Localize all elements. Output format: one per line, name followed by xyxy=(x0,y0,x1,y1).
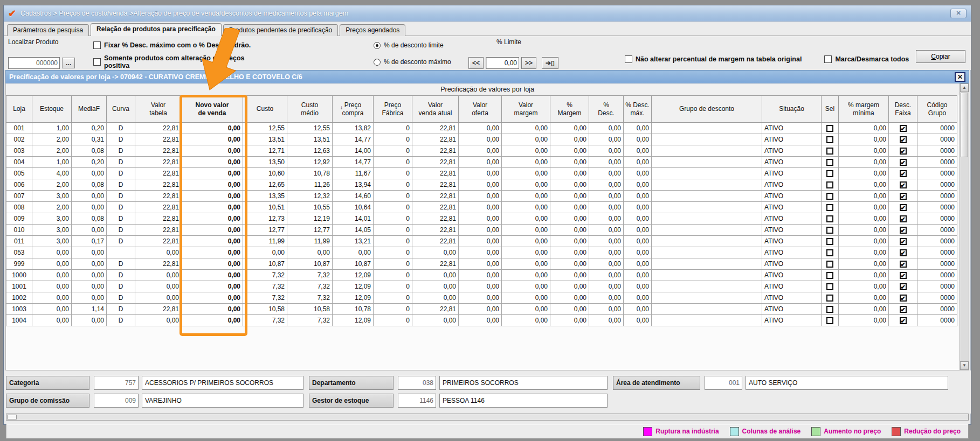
tab-precos-agendados[interactable]: Preços agendados xyxy=(340,24,405,36)
grid-column-header[interactable]: Sel xyxy=(822,96,839,123)
novo-valor-cell[interactable]: 0,00 xyxy=(182,292,243,304)
limite-decrease-button[interactable]: << xyxy=(468,57,484,69)
novo-valor-cell[interactable]: 0,00 xyxy=(182,258,243,270)
grid-column-header[interactable]: Curva xyxy=(107,96,135,123)
sel-checkbox[interactable] xyxy=(826,227,833,234)
vertical-scrollbar[interactable]: ▲ ▼ xyxy=(960,83,969,370)
sel-checkbox[interactable] xyxy=(826,181,833,188)
desc-faixa-checkbox[interactable]: ✔ xyxy=(900,317,907,324)
novo-valor-cell[interactable]: 0,00 xyxy=(182,191,243,202)
window-close-button[interactable]: ✕ xyxy=(950,9,967,18)
sel-checkbox[interactable] xyxy=(826,148,833,155)
desc-faixa-checkbox[interactable]: ✔ xyxy=(900,159,907,166)
novo-valor-cell[interactable]: 0,00 xyxy=(182,134,243,145)
sel-checkbox[interactable] xyxy=(826,125,833,132)
novo-valor-cell[interactable]: 0,00 xyxy=(182,213,243,225)
desc-faixa-checkbox[interactable]: ✔ xyxy=(900,125,907,132)
sel-checkbox[interactable] xyxy=(826,193,833,200)
novo-valor-cell[interactable]: 0,00 xyxy=(182,225,243,236)
grid-column-header[interactable]: Valor venda atual xyxy=(412,96,459,123)
nao-alterar-checkbox[interactable] xyxy=(625,55,632,63)
horizontal-scrollbar[interactable] xyxy=(6,414,969,421)
novo-valor-cell[interactable]: 0,00 xyxy=(182,281,243,292)
marca-desmarca-checkbox[interactable] xyxy=(824,55,832,63)
sel-checkbox[interactable] xyxy=(826,238,833,245)
desc-faixa-checkbox[interactable]: ✔ xyxy=(900,170,907,177)
novo-valor-cell[interactable]: 0,00 xyxy=(182,202,243,213)
grid-column-header[interactable]: % margem mínima xyxy=(839,96,889,123)
novo-valor-cell[interactable]: 0,00 xyxy=(182,315,243,326)
grid-column-header[interactable]: MediaF xyxy=(72,96,107,123)
novo-valor-cell[interactable]: 0,00 xyxy=(182,157,243,168)
grid-column-header[interactable]: Estoque xyxy=(32,96,72,123)
grid-column-header[interactable]: Código Grupo xyxy=(917,96,957,123)
desc-faixa-checkbox[interactable]: ✔ xyxy=(900,249,907,256)
novo-valor-cell[interactable]: 0,00 xyxy=(182,236,243,247)
grid-column-header[interactable]: Custo xyxy=(243,96,287,123)
scroll-down-icon[interactable]: ▼ xyxy=(960,361,969,370)
sel-checkbox[interactable] xyxy=(826,170,833,177)
sel-checkbox[interactable] xyxy=(826,306,833,313)
grid-column-header[interactable]: Valor tabela xyxy=(135,96,182,123)
sel-checkbox[interactable] xyxy=(826,204,833,211)
grid-column-header[interactable]: Situação xyxy=(762,96,822,123)
novo-valor-cell[interactable]: 0,00 xyxy=(182,179,243,191)
tab-parametros-de-pesquisa[interactable]: Parâmetros de pesquisa xyxy=(7,24,89,36)
grid-column-header[interactable]: Desc. Faixa xyxy=(889,96,917,123)
pricing-panel-close-button[interactable]: ✕ xyxy=(955,72,965,82)
sel-checkbox[interactable] xyxy=(826,136,833,143)
scrollbar-thumb[interactable] xyxy=(961,93,968,157)
grid-column-header[interactable]: % Desc. xyxy=(589,96,624,123)
desc-faixa-checkbox[interactable]: ✔ xyxy=(900,215,907,222)
localizar-produto-input[interactable] xyxy=(8,57,60,69)
novo-valor-cell[interactable]: 0,00 xyxy=(182,270,243,281)
copiar-button[interactable]: Copiar xyxy=(916,50,965,63)
grid-column-header[interactable]: Custo médio xyxy=(287,96,333,123)
grid-column-header[interactable]: Valor oferta xyxy=(459,96,502,123)
fixar-desc-checkbox[interactable] xyxy=(93,41,101,49)
grid-column-header[interactable]: % Desc. máx. xyxy=(624,96,652,123)
grid-column-header[interactable]: Valor margem xyxy=(502,96,550,123)
desc-faixa-checkbox[interactable]: ✔ xyxy=(900,136,907,143)
novo-valor-cell[interactable]: 0,00 xyxy=(182,304,243,315)
grid-column-header[interactable]: Preço compra↓ xyxy=(333,96,374,123)
somente-positiva-checkbox[interactable] xyxy=(93,58,101,66)
novo-valor-cell[interactable]: 0,00 xyxy=(182,247,243,258)
grid-column-header[interactable]: Loja xyxy=(6,96,32,123)
desc-faixa-checkbox[interactable]: ✔ xyxy=(900,238,907,245)
tab-relacao-de-produtos[interactable]: Relação de produtos para precificação xyxy=(91,23,222,36)
novo-valor-cell[interactable]: 0,00 xyxy=(182,168,243,179)
desc-faixa-checkbox[interactable]: ✔ xyxy=(900,193,907,200)
desc-faixa-checkbox[interactable]: ✔ xyxy=(900,283,907,290)
tab-produtos-pendentes[interactable]: Produtos pendentes de precificação xyxy=(223,24,338,36)
browse-product-button[interactable]: ... xyxy=(62,58,75,68)
desc-faixa-checkbox[interactable]: ✔ xyxy=(900,306,907,313)
hscroll-thumb[interactable] xyxy=(7,415,17,419)
sel-checkbox[interactable] xyxy=(826,159,833,166)
sel-checkbox[interactable] xyxy=(826,261,833,268)
desc-faixa-checkbox[interactable]: ✔ xyxy=(900,295,907,302)
sel-checkbox[interactable] xyxy=(826,283,833,290)
limite-input[interactable] xyxy=(486,57,519,69)
desc-faixa-checkbox[interactable]: ✔ xyxy=(900,204,907,211)
apply-limit-button[interactable]: ➔▯ xyxy=(542,57,558,69)
desc-faixa-checkbox[interactable]: ✔ xyxy=(900,272,907,279)
sel-checkbox[interactable] xyxy=(826,272,833,279)
desc-faixa-checkbox[interactable]: ✔ xyxy=(900,181,907,188)
grid-column-header[interactable]: % Margem xyxy=(550,96,589,123)
sel-checkbox[interactable] xyxy=(826,317,833,324)
scroll-up-icon[interactable]: ▲ xyxy=(960,83,969,92)
novo-valor-cell[interactable]: 0,00 xyxy=(182,145,243,157)
desc-faixa-checkbox[interactable]: ✔ xyxy=(900,148,907,155)
sel-checkbox[interactable] xyxy=(826,249,833,256)
grid-column-header[interactable]: Grupo de desconto xyxy=(652,96,762,123)
desc-faixa-checkbox[interactable]: ✔ xyxy=(900,261,907,268)
grid-column-header[interactable]: Novo valor de venda xyxy=(182,96,243,123)
limite-increase-button[interactable]: >> xyxy=(521,57,536,69)
grid-column-header[interactable]: Preço Fábrica xyxy=(374,96,412,123)
sel-checkbox[interactable] xyxy=(826,295,833,302)
desconto-limite-radio[interactable] xyxy=(374,42,381,49)
novo-valor-cell[interactable]: 0,00 xyxy=(182,123,243,134)
sel-checkbox[interactable] xyxy=(826,215,833,222)
desc-faixa-checkbox[interactable]: ✔ xyxy=(900,227,907,234)
